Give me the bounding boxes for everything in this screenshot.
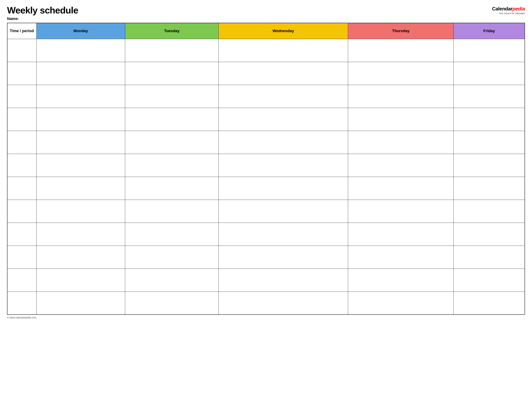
- schedule-cell[interactable]: [125, 223, 219, 246]
- col-header-tuesday: Tuesday: [125, 23, 219, 39]
- title-section: Weekly schedule Name:: [7, 5, 78, 21]
- schedule-cell[interactable]: [454, 200, 525, 223]
- schedule-cell[interactable]: [219, 269, 348, 292]
- schedule-cell[interactable]: [454, 85, 525, 108]
- schedule-cell[interactable]: [125, 39, 219, 62]
- table-row: [7, 39, 525, 62]
- schedule-cell[interactable]: [36, 131, 125, 154]
- table-row: [7, 177, 525, 200]
- page-title: Weekly schedule: [7, 5, 78, 15]
- schedule-cell[interactable]: [36, 246, 125, 269]
- table-row: [7, 108, 525, 131]
- schedule-cell[interactable]: [125, 62, 219, 85]
- schedule-cell[interactable]: [454, 269, 525, 292]
- schedule-cell[interactable]: [219, 200, 348, 223]
- schedule-cell[interactable]: [219, 85, 348, 108]
- schedule-cell[interactable]: [348, 154, 454, 177]
- schedule-cell[interactable]: [125, 269, 219, 292]
- schedule-cell[interactable]: [454, 246, 525, 269]
- table-header-row: Time / period Monday Tuesday Wednesday T…: [7, 23, 525, 39]
- logo-section: Calendarpedia Your source for calendars: [492, 6, 525, 15]
- schedule-cell[interactable]: [125, 85, 219, 108]
- schedule-cell[interactable]: [36, 85, 125, 108]
- table-row: [7, 223, 525, 246]
- schedule-cell[interactable]: [36, 108, 125, 131]
- time-cell[interactable]: [7, 200, 36, 223]
- time-cell[interactable]: [7, 85, 36, 108]
- schedule-cell[interactable]: [454, 62, 525, 85]
- schedule-cell[interactable]: [348, 108, 454, 131]
- schedule-cell[interactable]: [219, 223, 348, 246]
- schedule-cell[interactable]: [36, 269, 125, 292]
- schedule-cell[interactable]: [219, 39, 348, 62]
- col-header-monday: Monday: [36, 23, 125, 39]
- footer: © www.calendarpedia.com: [7, 316, 525, 319]
- schedule-cell[interactable]: [348, 292, 454, 315]
- table-row: [7, 269, 525, 292]
- schedule-cell[interactable]: [219, 246, 348, 269]
- schedule-cell[interactable]: [348, 177, 454, 200]
- time-cell[interactable]: [7, 108, 36, 131]
- schedule-cell[interactable]: [125, 108, 219, 131]
- schedule-cell[interactable]: [219, 62, 348, 85]
- schedule-cell[interactable]: [219, 108, 348, 131]
- schedule-cell[interactable]: [36, 39, 125, 62]
- table-row: [7, 200, 525, 223]
- table-row: [7, 131, 525, 154]
- logo-pedia: pedia: [513, 6, 525, 12]
- page-header: Weekly schedule Name: Calendarpedia Your…: [7, 5, 525, 21]
- schedule-cell[interactable]: [125, 177, 219, 200]
- schedule-cell[interactable]: [348, 39, 454, 62]
- schedule-cell[interactable]: [348, 131, 454, 154]
- schedule-body: [7, 39, 525, 315]
- schedule-cell[interactable]: [125, 200, 219, 223]
- schedule-cell[interactable]: [454, 108, 525, 131]
- time-cell[interactable]: [7, 223, 36, 246]
- schedule-cell[interactable]: [36, 177, 125, 200]
- logo-subtitle: Your source for calendars: [499, 12, 525, 15]
- schedule-cell[interactable]: [454, 177, 525, 200]
- schedule-cell[interactable]: [125, 154, 219, 177]
- logo-text: Calendarpedia: [492, 6, 525, 12]
- schedule-cell[interactable]: [36, 62, 125, 85]
- time-cell[interactable]: [7, 62, 36, 85]
- schedule-cell[interactable]: [125, 131, 219, 154]
- schedule-cell[interactable]: [36, 154, 125, 177]
- schedule-cell[interactable]: [454, 131, 525, 154]
- schedule-cell[interactable]: [36, 292, 125, 315]
- schedule-cell[interactable]: [219, 131, 348, 154]
- time-cell[interactable]: [7, 269, 36, 292]
- schedule-cell[interactable]: [219, 177, 348, 200]
- schedule-cell[interactable]: [219, 154, 348, 177]
- schedule-cell[interactable]: [348, 223, 454, 246]
- schedule-cell[interactable]: [348, 246, 454, 269]
- schedule-cell[interactable]: [348, 269, 454, 292]
- schedule-cell[interactable]: [454, 154, 525, 177]
- schedule-cell[interactable]: [348, 62, 454, 85]
- col-header-friday: Friday: [454, 23, 525, 39]
- schedule-cell[interactable]: [36, 223, 125, 246]
- col-header-thursday: Thursday: [348, 23, 454, 39]
- schedule-cell[interactable]: [348, 200, 454, 223]
- table-row: [7, 154, 525, 177]
- time-cell[interactable]: [7, 292, 36, 315]
- time-cell[interactable]: [7, 39, 36, 62]
- footer-url: © www.calendarpedia.com: [7, 316, 36, 319]
- time-cell[interactable]: [7, 154, 36, 177]
- schedule-cell[interactable]: [454, 223, 525, 246]
- logo-calendar: Calendar: [492, 6, 513, 12]
- time-cell[interactable]: [7, 246, 36, 269]
- time-cell[interactable]: [7, 131, 36, 154]
- schedule-cell[interactable]: [454, 39, 525, 62]
- schedule-cell[interactable]: [348, 85, 454, 108]
- schedule-cell[interactable]: [454, 292, 525, 315]
- schedule-cell[interactable]: [125, 246, 219, 269]
- schedule-cell[interactable]: [36, 200, 125, 223]
- schedule-cell[interactable]: [219, 292, 348, 315]
- table-row: [7, 62, 525, 85]
- schedule-table: Time / period Monday Tuesday Wednesday T…: [7, 23, 525, 315]
- time-cell[interactable]: [7, 177, 36, 200]
- schedule-cell[interactable]: [125, 292, 219, 315]
- col-header-wednesday: Wednesday: [219, 23, 348, 39]
- col-header-time: Time / period: [7, 23, 36, 39]
